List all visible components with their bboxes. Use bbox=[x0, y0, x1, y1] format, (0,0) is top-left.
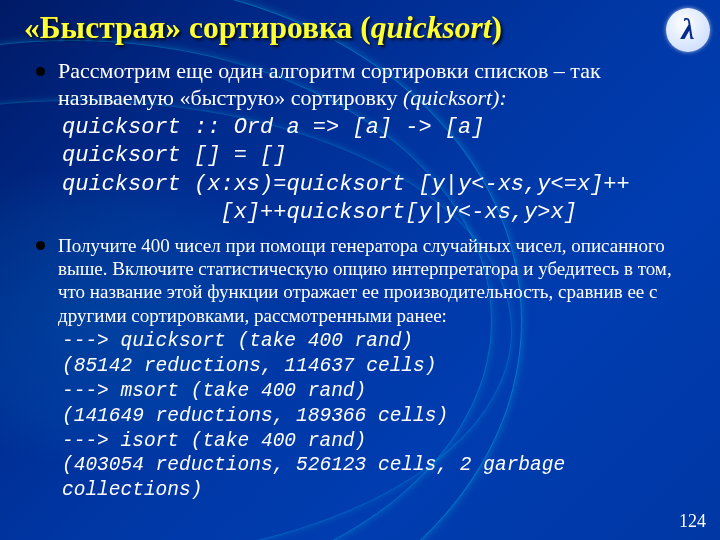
bullet-text: Получите 400 чисел при помощи генератора… bbox=[58, 234, 696, 327]
slide-title: «Быстрая» сортировка (quicksort) bbox=[24, 10, 650, 46]
page-number: 124 bbox=[679, 511, 706, 532]
bullet-icon bbox=[36, 67, 45, 76]
bullet-text: Рассмотрим еще один алгоритм сортировки … bbox=[58, 58, 696, 112]
lambda-glyph: λ bbox=[681, 14, 694, 44]
title-part: «Быстрая» сортировка ( bbox=[24, 10, 371, 45]
title-part-italic: quicksort bbox=[371, 10, 492, 45]
bullet-item: Рассмотрим еще один алгоритм сортировки … bbox=[36, 58, 696, 228]
bullet-item: Получите 400 чисел при помощи генератора… bbox=[36, 234, 696, 503]
para-text-italic: (quicksort): bbox=[403, 85, 507, 110]
bullet-icon bbox=[36, 241, 45, 250]
para-text: Рассмотрим еще один алгоритм сортировки … bbox=[58, 58, 601, 110]
slide: λ «Быстрая» сортировка (quicksort) Рассм… bbox=[0, 0, 720, 540]
slide-body: Рассмотрим еще один алгоритм сортировки … bbox=[36, 58, 696, 510]
code-block: ---> quicksort (take 400 rand) (85142 re… bbox=[62, 329, 696, 504]
lambda-icon: λ bbox=[666, 8, 710, 52]
code-block: quicksort :: Ord a => [a] -> [a] quickso… bbox=[62, 114, 696, 228]
title-part: ) bbox=[491, 10, 502, 45]
